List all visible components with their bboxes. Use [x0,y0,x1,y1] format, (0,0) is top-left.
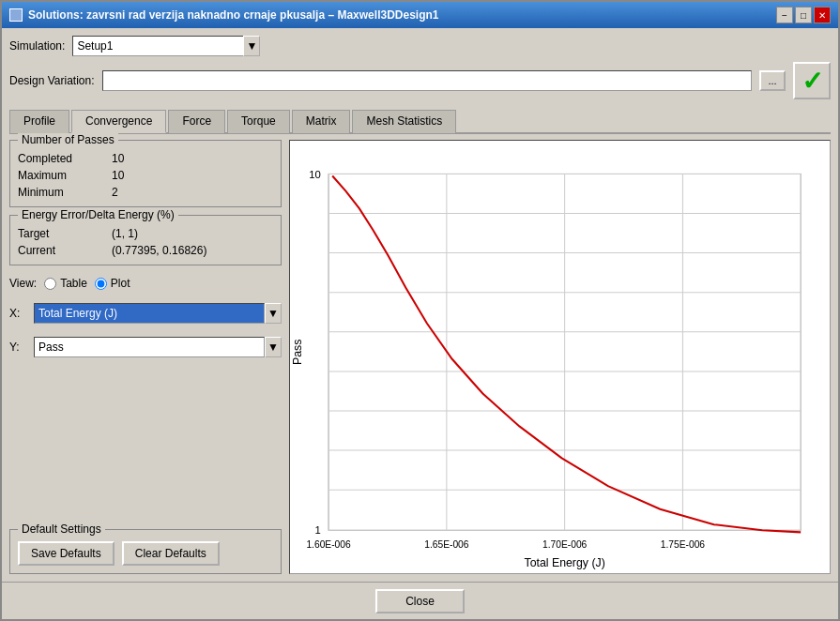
completed-value: 10 [112,152,124,165]
maximum-row: Maximum 10 [18,169,273,182]
target-row: Target (1, 1) [18,227,273,240]
main-window: Solutions: zavrsni rad verzija naknadno … [0,0,840,621]
simulation-dropdown[interactable]: Setup1 [72,36,260,56]
x-axis-value: Total Energy (J) [38,307,117,320]
y-axis-label: Y: [9,341,28,354]
minimum-row: Minimum 2 [18,186,273,199]
y-axis-row: Y: Pass ▼ [9,337,282,357]
minimize-button[interactable]: − [776,7,793,23]
completed-row: Completed 10 [18,152,273,165]
svg-text:1.60E-006: 1.60E-006 [306,539,351,550]
y-axis-dropdown[interactable]: Pass [34,337,265,357]
simulation-row: Simulation: Setup1 ▼ [9,36,831,56]
tab-force[interactable]: Force [168,110,225,133]
tab-torque[interactable]: Torque [227,110,290,133]
title-bar: Solutions: zavrsni rad verzija naknadno … [2,2,838,28]
svg-text:1.75E-006: 1.75E-006 [661,539,706,550]
view-row: View: Table Plot [9,277,282,290]
close-button[interactable]: Close [375,589,465,613]
simulation-value: Setup1 [77,39,113,53]
minimum-label: Minimum [18,186,93,199]
target-label: Target [18,227,93,240]
right-panel: 10 1 Pass 1.60E-006 1.65E-006 1.70E-006 … [289,140,831,574]
defaults-title: Default Settings [18,523,105,536]
svg-text:10: 10 [309,169,321,180]
svg-text:Pass: Pass [291,340,304,365]
content-area: Simulation: Setup1 ▼ Design Variation: .… [2,28,838,582]
y-axis-dropdown-wrapper: Pass ▼ [34,337,282,357]
x-axis-label: X: [9,307,28,320]
view-label: View: [9,277,37,290]
defaults-group: Default Settings Save Defaults Clear Def… [9,529,282,574]
y-axis-dropdown-arrow[interactable]: ▼ [265,337,282,357]
x-axis-dropdown-arrow[interactable]: ▼ [265,303,282,324]
tab-profile[interactable]: Profile [9,110,69,133]
x-axis-row: X: Total Energy (J) ▼ [9,303,282,324]
plot-radio-group: Plot [95,277,130,290]
tabs-bar: Profile Convergence Force Torque Matrix … [9,109,831,134]
current-value: (0.77395, 0.16826) [112,244,206,257]
close-title-button[interactable]: ✕ [814,7,831,23]
plot-radio-label: Plot [111,277,130,290]
window-title: Solutions: zavrsni rad verzija naknadno … [28,8,438,22]
spacer [9,365,282,522]
defaults-buttons: Save Defaults Clear Defaults [18,541,273,566]
window-icon [9,8,23,22]
y-axis-value: Pass [38,341,64,354]
target-value: (1, 1) [112,227,138,240]
plot-radio[interactable] [95,278,107,290]
current-row: Current (0.77395, 0.16826) [18,244,273,257]
chart-area: 10 1 Pass 1.60E-006 1.65E-006 1.70E-006 … [289,140,831,574]
table-radio-label: Table [60,277,87,290]
completed-label: Completed [18,152,93,165]
x-axis-dropdown-wrapper: Total Energy (J) ▼ [34,303,282,324]
design-variation-input[interactable] [102,70,753,91]
minimum-value: 2 [112,186,118,199]
browse-button[interactable]: ... [759,70,786,91]
number-of-passes-title: Number of Passes [18,133,118,146]
simulation-dropdown-arrow[interactable]: ▼ [243,36,260,56]
simulation-label: Simulation: [9,39,65,53]
design-variation-row: Design Variation: ... ✓ [9,62,831,99]
current-label: Current [18,244,93,257]
table-radio-group: Table [44,277,87,290]
x-axis-dropdown[interactable]: Total Energy (J) [34,303,265,324]
tab-matrix[interactable]: Matrix [292,110,351,133]
checkmark-icon: ✓ [802,66,823,97]
energy-error-title: Energy Error/Delta Energy (%) [18,208,178,221]
title-buttons: − □ ✕ [776,7,831,23]
svg-text:1: 1 [315,524,321,536]
footer-bar: Close [2,582,838,619]
maximum-value: 10 [112,169,124,182]
maximum-label: Maximum [18,169,93,182]
svg-text:1.70E-006: 1.70E-006 [542,539,588,550]
number-of-passes-group: Number of Passes Completed 10 Maximum 10… [9,140,282,207]
chart-svg: 10 1 Pass 1.60E-006 1.65E-006 1.70E-006 … [290,141,830,573]
save-defaults-button[interactable]: Save Defaults [18,541,115,566]
left-panel: Number of Passes Completed 10 Maximum 10… [9,140,282,574]
svg-text:1.65E-006: 1.65E-006 [424,539,469,550]
design-variation-label: Design Variation: [9,74,95,87]
accept-button[interactable]: ✓ [793,62,831,99]
energy-error-group: Energy Error/Delta Energy (%) Target (1,… [9,215,282,265]
maximize-button[interactable]: □ [795,7,812,23]
tab-mesh-statistics[interactable]: Mesh Statistics [352,110,456,133]
tab-convergence[interactable]: Convergence [71,110,166,133]
svg-text:Total Energy (J): Total Energy (J) [525,556,605,569]
table-radio[interactable] [44,278,56,290]
main-panel: Number of Passes Completed 10 Maximum 10… [9,140,831,574]
clear-defaults-button[interactable]: Clear Defaults [122,541,220,566]
